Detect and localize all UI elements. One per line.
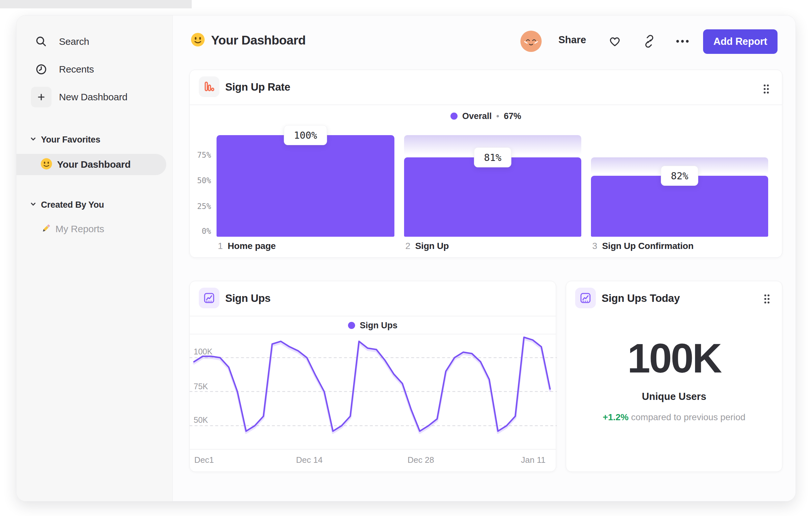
x-axis-tick: Jan 11 (521, 455, 546, 465)
card-title: Sign Up Rate (225, 81, 290, 93)
funnel-value-chip: 100% (284, 125, 327, 145)
smiley-emoji-icon (191, 32, 205, 48)
chevron-down-icon (30, 136, 36, 143)
user-avatar[interactable] (520, 31, 542, 52)
big-number-metric: Unique Users (566, 391, 782, 403)
line-chart-icon (199, 288, 220, 308)
more-dots-icon[interactable] (675, 34, 690, 49)
funnel-step-label: 3 Sign Up Confirmation (592, 241, 693, 252)
funnel-bar-sign-up-confirmation: 82% (591, 135, 768, 237)
card-title: Sign Ups (225, 292, 271, 304)
sidebar-section-your-favorites[interactable]: Your Favorites (30, 134, 100, 145)
page-header: Your Dashboard Share Add Report (173, 16, 795, 67)
funnel-bar (216, 135, 395, 237)
chevron-down-icon (30, 201, 36, 209)
sidebar-item-label: Recents (59, 64, 94, 75)
x-axis-tick: Dec 28 (408, 455, 434, 465)
sidebar-item-your-dashboard[interactable]: Your Dashboard (17, 154, 166, 175)
sidebar-item-search[interactable]: Search (31, 31, 89, 52)
screen: Search Recents New Dashboard Your Favori… (0, 0, 812, 516)
legend-series-label: Overall (462, 111, 492, 121)
y-axis-tick: 50K (194, 415, 208, 425)
y-axis-tick: 0% (192, 226, 211, 236)
funnel-value-chip: 81% (474, 147, 511, 167)
sidebar-item-recents[interactable]: Recents (31, 59, 94, 80)
x-axis-tick: Dec1 (194, 455, 214, 465)
funnel-bar-sign-up: 81% (404, 135, 581, 237)
legend-overall-value: 67% (504, 111, 521, 121)
funnel-value-chip: 82% (661, 166, 698, 186)
drag-handle-icon[interactable] (764, 294, 770, 305)
copy-link-icon[interactable] (642, 34, 657, 49)
y-axis-tick: 100K (194, 347, 212, 356)
card-sign-ups: Sign Ups Sign Ups 100K 75K 50K (190, 281, 556, 472)
legend-series-label: Sign Ups (359, 321, 397, 331)
step-number: 1 (218, 241, 223, 251)
legend-dot (451, 113, 458, 120)
series-line-shadow (194, 339, 550, 433)
clock-icon (31, 59, 52, 80)
sidebar-item-new-dashboard[interactable]: New Dashboard (31, 86, 127, 108)
y-axis-tick: 50% (192, 176, 211, 185)
line-legend[interactable]: Sign Ups (190, 317, 556, 333)
legend-separator: • (496, 111, 499, 121)
big-number-value: 100K (566, 335, 782, 381)
sign-ups-line-chart (190, 336, 556, 449)
divider (190, 105, 782, 105)
x-axis-line (190, 449, 556, 450)
step-number: 3 (592, 241, 598, 251)
sidebar-section-created-by-you[interactable]: Created By You (30, 199, 104, 210)
sidebar: Search Recents New Dashboard Your Favori… (17, 16, 173, 501)
sidebar-item-label: Your Dashboard (57, 159, 130, 170)
sidebar-item-label: Search (59, 36, 89, 47)
app-window: Search Recents New Dashboard Your Favori… (16, 15, 796, 501)
page-title-group: Your Dashboard (191, 32, 306, 48)
funnel-step-label: 1 Home page (218, 241, 276, 252)
section-label: Created By You (41, 200, 104, 210)
card-sign-ups-today: Sign Ups Today 100K Unique Users +1.2% c… (566, 281, 782, 472)
drag-handle-icon[interactable] (763, 84, 769, 95)
funnel-step-label: 2 Sign Up (405, 241, 449, 252)
main-content: Your Dashboard Share Add Report (173, 16, 795, 501)
delta-value: +1.2% (603, 412, 629, 422)
background-window-edge (0, 0, 192, 8)
section-label: Your Favorites (41, 135, 100, 145)
delta-row: +1.2% compared to previous period (566, 412, 782, 423)
delta-note: compared to previous period (631, 412, 746, 422)
sidebar-item-label: New Dashboard (59, 91, 127, 103)
step-name: Sign Up (415, 241, 449, 251)
y-axis-tick: 75K (194, 382, 208, 391)
card-title: Sign Ups Today (602, 292, 680, 304)
funnel-bar (404, 157, 581, 237)
favorite-heart-icon[interactable] (607, 34, 622, 49)
smiley-emoji-icon (40, 158, 53, 171)
share-button[interactable]: Share (555, 34, 590, 46)
y-axis-tick: 25% (192, 201, 211, 211)
step-name: Sign Up Confirmation (602, 241, 694, 251)
funnel-bar-home-page: 100% (216, 135, 395, 237)
bar-chart-icon (199, 76, 220, 97)
plus-icon (31, 87, 52, 107)
pencil-emoji-icon (40, 222, 52, 236)
step-number: 2 (405, 241, 410, 251)
card-sign-up-rate: Sign Up Rate Overall • 67% 75% 50% 25% 0… (190, 70, 782, 258)
y-axis-tick: 75% (192, 150, 211, 160)
sidebar-item-label: My Reports (55, 223, 104, 235)
legend-dot (348, 322, 355, 329)
x-axis-tick: Dec 14 (296, 455, 323, 465)
search-icon (31, 31, 52, 52)
divider (190, 316, 556, 316)
add-report-button[interactable]: Add Report (703, 29, 778, 54)
sidebar-item-my-reports[interactable]: My Reports (40, 221, 104, 237)
step-name: Home page (228, 241, 276, 251)
page-title: Your Dashboard (211, 33, 306, 47)
line-chart-icon (575, 288, 596, 308)
divider (190, 334, 556, 334)
funnel-legend[interactable]: Overall • 67% (190, 109, 782, 124)
